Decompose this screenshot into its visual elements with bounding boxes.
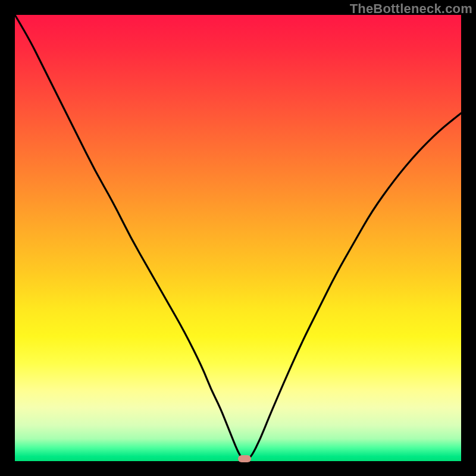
- bottleneck-curve: [15, 15, 461, 461]
- chart-frame: TheBottleneck.com: [0, 0, 476, 476]
- watermark-text: TheBottleneck.com: [350, 1, 472, 17]
- optimal-marker: [238, 455, 251, 462]
